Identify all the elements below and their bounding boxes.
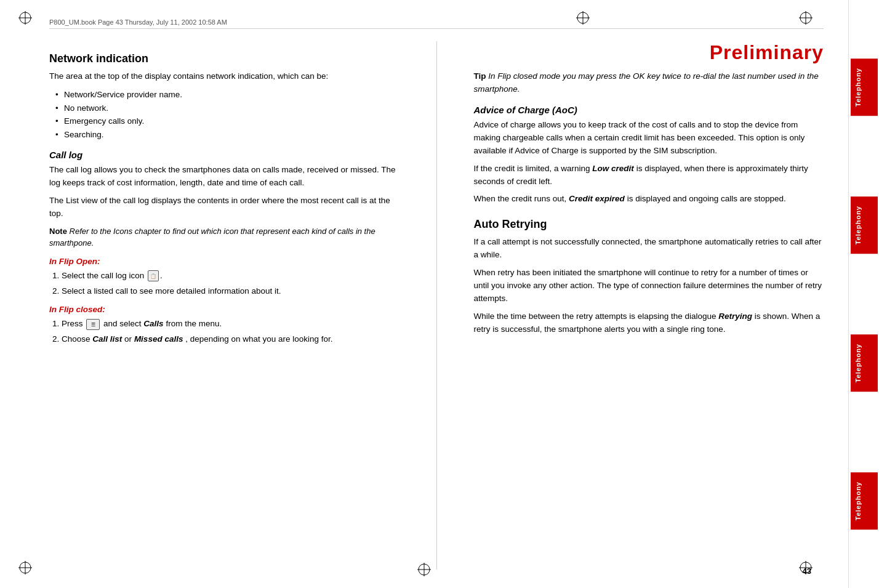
sidebar-tab-4: Telephony bbox=[851, 472, 878, 530]
aoc-body3: When the credit runs out, Credit expired… bbox=[474, 193, 824, 206]
sidebar: Telephony Telephony Telephony Telephony bbox=[848, 0, 879, 588]
reg-mark-top-mid bbox=[576, 11, 590, 27]
column-divider bbox=[436, 41, 437, 570]
bullet-no-network: No network. bbox=[55, 102, 399, 115]
reg-mark-bottom-right bbox=[799, 561, 813, 577]
columns: Network indication The area at the top o… bbox=[49, 41, 824, 570]
reg-mark-top-left bbox=[18, 11, 32, 27]
auto-retrying-title: Auto Retrying bbox=[474, 218, 824, 231]
network-indication-title: Network indication bbox=[49, 52, 399, 65]
flip-closed-step4: Choose Call list or Missed calls , depen… bbox=[62, 332, 399, 346]
flip-closed-label: In Flip closed: bbox=[49, 305, 399, 314]
call-log-title: Call log bbox=[49, 150, 399, 160]
left-column: Network indication The area at the top o… bbox=[49, 41, 412, 570]
flip-open-label: In Flip Open: bbox=[49, 257, 399, 266]
tip-text: Tip In Flip closed mode you may press th… bbox=[474, 70, 824, 96]
call-log-note: Note Refer to the Icons chapter to find … bbox=[49, 225, 399, 249]
top-bar: P800_UM.book Page 43 Thursday, July 11, … bbox=[49, 18, 824, 29]
bullet-emergency: Emergency calls only. bbox=[55, 115, 399, 128]
call-log-icon: 📋 bbox=[148, 270, 159, 281]
retry-body2: When retry has been initiated the smartp… bbox=[474, 267, 824, 305]
retry-body1: If a call attempt is not successfully co… bbox=[474, 236, 824, 262]
network-indication-body: The area at the top of the display conta… bbox=[49, 70, 399, 83]
call-log-body1: The call log allows you to check the sma… bbox=[49, 164, 399, 190]
call-log-body2: The List view of the call log displays t… bbox=[49, 195, 399, 220]
reg-mark-bottom-left bbox=[18, 561, 32, 577]
network-bullets: Network/Service provider name. No networ… bbox=[55, 88, 399, 141]
menu-icon: ☰ bbox=[86, 319, 100, 330]
aoc-body1: Advice of charge allows you to keep trac… bbox=[474, 119, 824, 158]
retry-body3: While the time between the retry attempt… bbox=[474, 310, 824, 336]
sidebar-tab-1: Telephony bbox=[851, 58, 878, 116]
sidebar-tab-3: Telephony bbox=[851, 334, 878, 392]
flip-open-step1: Select the call log icon 📋. bbox=[62, 269, 399, 283]
right-column: Preliminary Tip In Flip closed mode you … bbox=[462, 41, 824, 570]
sidebar-tab-2: Telephony bbox=[851, 196, 878, 254]
main-content: P800_UM.book Page 43 Thursday, July 11, … bbox=[0, 0, 848, 588]
flip-closed-step3: Press ☰ and select Calls from the menu. bbox=[62, 317, 399, 331]
reg-mark-top-right bbox=[799, 11, 813, 27]
aoc-title: Advice of Charge (AoC) bbox=[474, 105, 824, 115]
preliminary-label: Preliminary bbox=[474, 41, 824, 64]
bullet-searching: Searching. bbox=[55, 128, 399, 142]
aoc-body2: If the credit is limited, a warning Low … bbox=[474, 163, 824, 188]
flip-open-step2: Select a listed call to see more detaile… bbox=[62, 284, 399, 298]
flip-open-steps: Select the call log icon 📋. Select a lis… bbox=[62, 269, 399, 297]
reg-mark-bottom-center bbox=[417, 563, 431, 579]
flip-closed-steps: Press ☰ and select Calls from the menu. … bbox=[62, 317, 399, 345]
bullet-network: Network/Service provider name. bbox=[55, 88, 399, 102]
